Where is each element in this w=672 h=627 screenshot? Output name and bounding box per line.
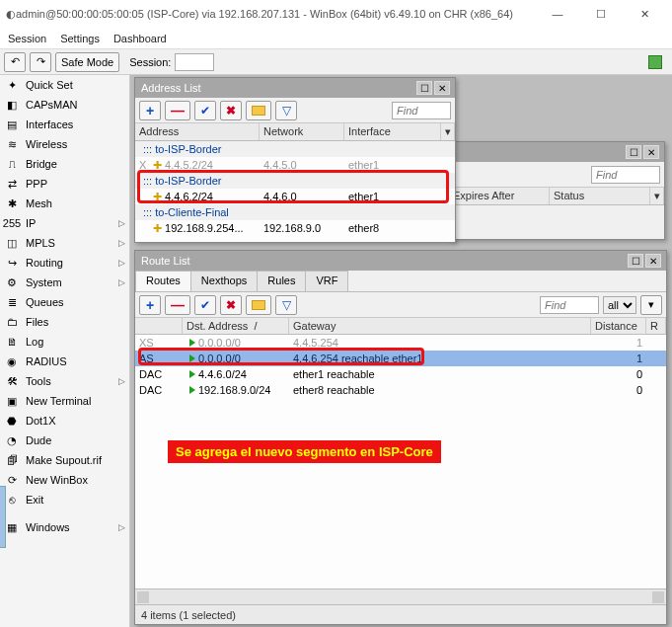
sidebar-item-new-terminal[interactable]: ▣ New Terminal (0, 391, 129, 411)
sidebar-item-quick-set[interactable]: ✦ Quick Set (0, 75, 129, 95)
add-button[interactable]: + (139, 295, 161, 315)
panel-close-button[interactable]: ✕ (643, 145, 659, 159)
col-menu-button[interactable]: ▾ (441, 123, 455, 140)
wireless-icon: ≋ (4, 136, 20, 152)
enable-button[interactable]: ✔ (194, 295, 216, 315)
sidebar-item-files[interactable]: 🗀 Files (0, 312, 129, 332)
col-expires[interactable]: Expires After (449, 188, 550, 204)
tab-vrf[interactable]: VRF (305, 271, 348, 291)
sidebar-item-dot1x[interactable]: ⬣ Dot1X (0, 411, 129, 431)
col-distance[interactable]: Distance (591, 318, 646, 334)
chevron-icon: ▷ (118, 218, 125, 228)
session-input[interactable] (175, 53, 214, 71)
sidebar-item-log[interactable]: 🗎 Log (0, 332, 129, 352)
cap-icon: ◧ (4, 97, 20, 113)
chevron-icon: ▷ (118, 238, 125, 248)
minimize-button[interactable]: — (536, 0, 579, 28)
address-row[interactable]: ✚ 4.4.6.2/24 4.4.6.0 ether1 (135, 189, 455, 204)
tab-rules[interactable]: Rules (257, 271, 306, 291)
sidebar: ✦ Quick Set ◧ CAPsMAN ▤ Interfaces ≋ Wir… (0, 75, 130, 627)
winbox-tab[interactable]: WinBox (0, 486, 6, 548)
tab-routes[interactable]: Routes (135, 271, 191, 291)
sidebar-item-system[interactable]: ⚙ System ▷ (0, 273, 129, 292)
ip-icon: 255 (4, 215, 20, 231)
address-row[interactable]: ✚ 192.168.9.254... 192.168.9.0 ether8 (135, 220, 455, 236)
col-status[interactable]: Status (550, 188, 650, 204)
address-group[interactable]: ::: to-ISP-Border (135, 141, 455, 157)
sidebar-item-mpls[interactable]: ◫ MPLS ▷ (0, 233, 129, 253)
filter-button[interactable]: ▽ (275, 101, 297, 120)
folder-icon (252, 300, 265, 310)
find-input[interactable] (392, 102, 451, 119)
route-row[interactable]: DAC 192.168.9.0/24 ether8 reachable 0 (135, 382, 666, 398)
redo-button[interactable]: ↷ (30, 52, 51, 72)
menu-settings[interactable]: Settings (60, 33, 100, 44)
sidebar-item-bridge[interactable]: ⎍ Bridge (0, 154, 129, 174)
add-button[interactable]: + (139, 101, 161, 120)
sidebar-item-ip[interactable]: 255 IP ▷ (0, 213, 129, 233)
enable-button[interactable]: ✔ (194, 101, 216, 120)
sidebar-item-make-supout-rif[interactable]: 🗐 Make Supout.rif (0, 450, 129, 470)
col-interface[interactable]: Interface (344, 123, 441, 140)
background-panel-title[interactable]: ☐ ✕ (449, 142, 664, 162)
comment-button[interactable] (246, 101, 271, 120)
col-address[interactable]: Address (135, 123, 260, 140)
filter-select[interactable]: all (603, 296, 636, 314)
route-list-title[interactable]: Route List ☐ ✕ (135, 251, 666, 271)
sidebar-item-label: RADIUS (26, 355, 67, 367)
horizontal-scrollbar[interactable] (135, 588, 666, 604)
sidebar-item-wireless[interactable]: ≋ Wireless (0, 134, 129, 154)
sidebar-item-tools[interactable]: 🛠 Tools ▷ (0, 371, 129, 391)
sidebar-item-capsman[interactable]: ◧ CAPsMAN (0, 95, 129, 115)
route-row[interactable]: AS 0.0.0.0/0 4.4.6.254 reachable ether1 … (135, 351, 666, 366)
remove-button[interactable]: — (165, 101, 190, 120)
col-r[interactable]: R (646, 318, 666, 334)
maximize-button[interactable]: ☐ (579, 0, 623, 28)
dropdown-button[interactable]: ▾ (640, 295, 662, 315)
disable-button[interactable]: ✖ (220, 101, 242, 120)
panel-minimize-button[interactable]: ☐ (628, 254, 643, 268)
address-group[interactable]: ::: to-Cliente-Final (135, 204, 455, 220)
filter-button[interactable]: ▽ (275, 295, 297, 315)
sidebar-item-exit[interactable]: ⎋ Exit (0, 490, 129, 509)
col-gateway[interactable]: Gateway (289, 318, 591, 334)
panel-close-button[interactable]: ✕ (645, 254, 661, 268)
remove-button[interactable]: — (165, 295, 190, 315)
tab-nexthops[interactable]: Nexthops (190, 271, 258, 291)
sidebar-item-radius[interactable]: ◉ RADIUS (0, 352, 129, 371)
find-input[interactable] (591, 166, 660, 184)
main-toolbar: ↶ ↷ Safe Mode Session: (0, 49, 672, 75)
sidebar-item-label: PPP (26, 178, 47, 190)
tools-icon: 🛠 (4, 373, 20, 389)
sidebar-item-ppp[interactable]: ⇄ PPP (0, 174, 129, 194)
menu-session[interactable]: Session (8, 33, 46, 44)
sidebar-item-label: Dude (26, 434, 51, 446)
address-list-title[interactable]: Address List ☐ ✕ (135, 78, 455, 98)
panel-minimize-button[interactable]: ☐ (626, 145, 641, 159)
sidebar-item-mesh[interactable]: ✱ Mesh (0, 194, 129, 213)
col-menu-button[interactable]: ▾ (650, 188, 664, 204)
route-row[interactable]: XS 0.0.0.0/0 4.4.5.254 1 (135, 335, 666, 351)
sidebar-item-interfaces[interactable]: ▤ Interfaces (0, 115, 129, 134)
address-group[interactable]: ::: to-ISP-Border (135, 173, 455, 189)
sidebar-item-label: MPLS (26, 237, 55, 249)
menu-dashboard[interactable]: Dashboard (113, 33, 167, 44)
route-row[interactable]: DAC 4.4.6.0/24 ether1 reachable 0 (135, 366, 666, 382)
close-button[interactable]: ✕ (623, 0, 666, 28)
panel-minimize-button[interactable]: ☐ (416, 81, 432, 95)
address-row[interactable]: X ✚ 4.4.5.2/24 4.4.5.0 ether1 (135, 157, 455, 173)
sidebar-item-dude[interactable]: ◔ Dude (0, 431, 129, 450)
sidebar-item-label: IP (26, 217, 36, 229)
panel-close-button[interactable]: ✕ (434, 81, 450, 95)
sidebar-item-routing[interactable]: ↪ Routing ▷ (0, 253, 129, 273)
safe-mode-button[interactable]: Safe Mode (55, 52, 119, 72)
find-input[interactable] (540, 296, 599, 314)
sidebar-item-new-winbox[interactable]: ⟳ New WinBox (0, 470, 129, 490)
sidebar-item-queues[interactable]: ≣ Queues (0, 292, 129, 312)
col-network[interactable]: Network (260, 123, 344, 140)
comment-button[interactable] (246, 295, 271, 315)
sidebar-item-windows[interactable]: ▦ Windows ▷ (0, 517, 129, 537)
col-dst[interactable]: Dst. Address / (183, 318, 289, 334)
undo-button[interactable]: ↶ (4, 52, 26, 72)
disable-button[interactable]: ✖ (220, 295, 242, 315)
